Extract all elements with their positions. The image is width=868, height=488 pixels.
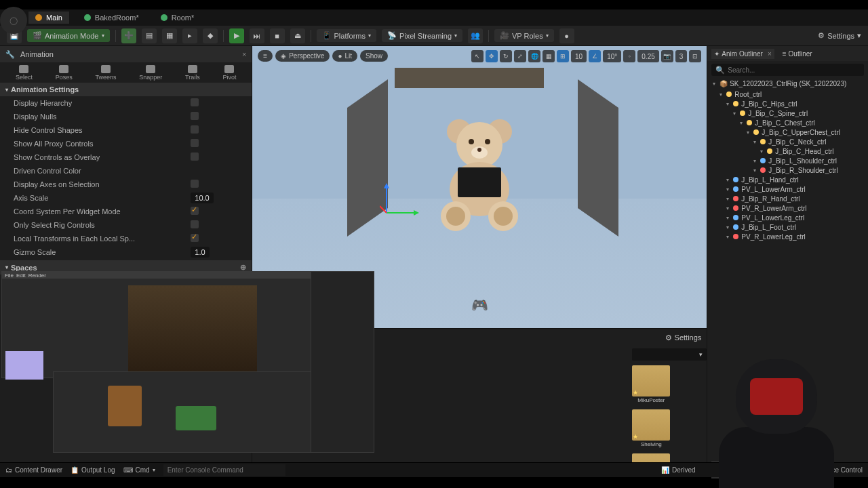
tree-row[interactable]: ▾J_Bip_L_Hand_ctrl [707, 175, 868, 184]
content-drawer-button[interactable]: 🗂 Content Drawer [5, 466, 62, 474]
tree-row[interactable]: ▾PV_L_LowerLeg_ctrl [707, 213, 868, 222]
checkbox-onlyrig[interactable] [191, 220, 199, 228]
close-icon[interactable]: × [242, 50, 246, 58]
tree-row[interactable]: ▾J_Bip_R_Hand_ctrl [707, 194, 868, 203]
checkbox-overlay[interactable] [191, 152, 199, 161]
tab-bakedroom[interactable]: BakedRoom* [77, 12, 146, 24]
checkbox-proxy[interactable] [191, 139, 199, 147]
grid-snap-value[interactable]: 10 [571, 50, 587, 62]
platforms-dropdown[interactable]: 📱Platforms▾ [317, 29, 376, 42]
viewport-menu[interactable]: ≡ [258, 50, 273, 62]
mode-tweens[interactable]: Tweens [91, 64, 120, 82]
maximize-viewport[interactable]: ⊡ [689, 50, 701, 62]
svg-point-17 [494, 207, 513, 226]
skip-button[interactable]: ⏭ [250, 28, 264, 43]
camera-speed-icon[interactable]: 📷 [661, 50, 673, 62]
search-input[interactable] [728, 66, 860, 74]
prop-label: Hide Control Shapes [14, 126, 191, 134]
prop-label: Display Hierarchy [14, 99, 191, 107]
eject-button[interactable]: ⏏ [290, 28, 305, 43]
tab-main[interactable]: Main [28, 12, 69, 24]
tree-row[interactable]: ▾J_Bip_L_Shoulder_ctrl [707, 156, 868, 165]
translate-tool[interactable]: ✥ [486, 50, 498, 62]
play-button[interactable]: ▶ [229, 28, 244, 43]
mode-poses[interactable]: Poses [52, 64, 77, 82]
output-log-button[interactable]: 📋 Output Log [71, 466, 115, 474]
prop-label: Driven Control Color [14, 167, 191, 175]
tree-row[interactable]: ▾PV_L_LowerArm_ctrl [707, 184, 868, 194]
mode-dropdown[interactable]: 🎬Animation Mode▾ [27, 29, 110, 42]
perspective-dropdown[interactable]: ◈ Perspective [275, 50, 330, 62]
checkbox-axes[interactable] [191, 180, 199, 188]
tab-room[interactable]: Room* [154, 12, 201, 24]
tree-row[interactable]: ▾PV_R_LowerArm_ctrl [707, 203, 868, 213]
scale-snap-value[interactable]: 0.25 [637, 50, 658, 62]
asset-mikuposter[interactable]: ★MikuPoster [632, 365, 670, 404]
scale-tool[interactable]: ⤢ [514, 50, 526, 62]
tree-row[interactable]: ▾J_Bip_L_Foot_ctrl [707, 222, 868, 232]
tree-row[interactable]: ▾J_Bip_C_Head_ctrl [707, 146, 868, 156]
filter-dropdown[interactable]: ▾ [632, 348, 707, 361]
tree-row[interactable]: ▾Root_ctrl [707, 89, 868, 99]
marketplace-button[interactable]: ▤ [142, 28, 157, 43]
sequence-button[interactable]: ▸ [182, 28, 197, 43]
tree-root[interactable]: ▾📦 SK_12022023_CtrlRig (SK_12022023) [707, 79, 868, 88]
mode-trails[interactable]: Trails [181, 64, 204, 82]
grid-snap[interactable]: ⊞ [557, 50, 569, 62]
tab-outliner[interactable]: ≡Outliner [780, 49, 815, 59]
axis-scale-input[interactable]: 10.0 [191, 192, 213, 203]
stop-button[interactable]: ■ [270, 28, 285, 43]
pixelstreaming-dropdown[interactable]: 📡Pixel Streaming▾ [382, 29, 462, 42]
add-button[interactable]: ➕ [121, 28, 136, 43]
world-local-toggle[interactable]: 🌐 [528, 50, 540, 62]
cmd-dropdown[interactable]: ⌨ Cmd ▾ [123, 466, 155, 474]
takerecorder-button[interactable]: ● [559, 28, 574, 43]
scale-snap[interactable]: ◦ [623, 50, 635, 62]
settings-label: Settings [827, 32, 854, 40]
svg-rect-5 [224, 65, 234, 73]
outliner-search[interactable]: 🔍 [711, 64, 864, 76]
show-dropdown[interactable]: Show [360, 50, 388, 62]
external-window-3[interactable] [311, 271, 374, 453]
mode-pivot[interactable]: Pivot [218, 64, 240, 82]
content-settings[interactable]: ⚙Settings [665, 333, 702, 342]
multiuser-button[interactable]: 👥 [468, 28, 483, 43]
gizmo-scale-input[interactable]: 1.0 [191, 247, 209, 258]
tab-anim-outliner[interactable]: ✦Anim Outliner× [711, 49, 774, 59]
vproles-dropdown[interactable]: 🎥VP Roles▾ [494, 29, 554, 42]
mode-select[interactable]: Select [12, 64, 37, 82]
checkbox-hide-shapes[interactable] [191, 125, 199, 134]
derived-data-button[interactable]: 📊 Derived [661, 466, 695, 474]
tree-row[interactable]: ▾J_Bip_C_UpperChest_ctrl [707, 127, 868, 137]
keyframe-button[interactable]: ◆ [203, 28, 218, 43]
prop-label: Coord System Per Widget Mode [14, 207, 191, 216]
rotate-tool[interactable]: ↻ [500, 50, 512, 62]
tree-row[interactable]: ▾J_Bip_C_Spine_ctrl [707, 108, 868, 118]
checkbox-localtrans[interactable] [191, 234, 199, 242]
tree-row[interactable]: ▾PV_R_LowerLeg_ctrl [707, 232, 868, 241]
checkbox-display-hierarchy[interactable] [191, 98, 199, 106]
asset-shelving[interactable]: ★Shelving [632, 409, 670, 448]
angle-snap-value[interactable]: 10° [603, 50, 621, 62]
tree-row[interactable]: ▾J_Bip_R_Shoulder_ctrl [707, 165, 868, 175]
checkbox-display-nulls[interactable] [191, 112, 199, 120]
tree-row[interactable]: ▾J_Bip_C_Hips_ctrl [707, 99, 868, 108]
external-window-2[interactable] [53, 371, 317, 453]
section-animation-settings[interactable]: Animation Settings [0, 83, 252, 96]
unreal-logo[interactable]: ◯ [0, 7, 27, 34]
close-icon[interactable]: × [768, 50, 772, 58]
checkbox-coord[interactable] [191, 207, 199, 215]
tree-row[interactable]: ▾J_Bip_C_Neck_ctrl [707, 137, 868, 146]
tree-row[interactable]: ▾J_Bip_C_Chest_ctrl [707, 118, 868, 127]
blueprint-button[interactable]: ▦ [162, 28, 177, 43]
prop-label: Show Controls as Overlay [14, 153, 191, 161]
console-input[interactable] [163, 464, 285, 476]
lit-dropdown[interactable]: ● Lit [332, 50, 357, 62]
settings-dropdown[interactable]: ⚙Settings▾ [818, 31, 861, 40]
surface-snap[interactable]: ▦ [542, 50, 555, 62]
prop-label: Display Nulls [14, 113, 191, 121]
select-tool[interactable]: ↖ [471, 50, 484, 62]
mode-snapper[interactable]: Snapper [135, 64, 166, 82]
camera-speed-value[interactable]: 3 [675, 50, 688, 62]
angle-snap[interactable]: ∠ [589, 50, 601, 62]
